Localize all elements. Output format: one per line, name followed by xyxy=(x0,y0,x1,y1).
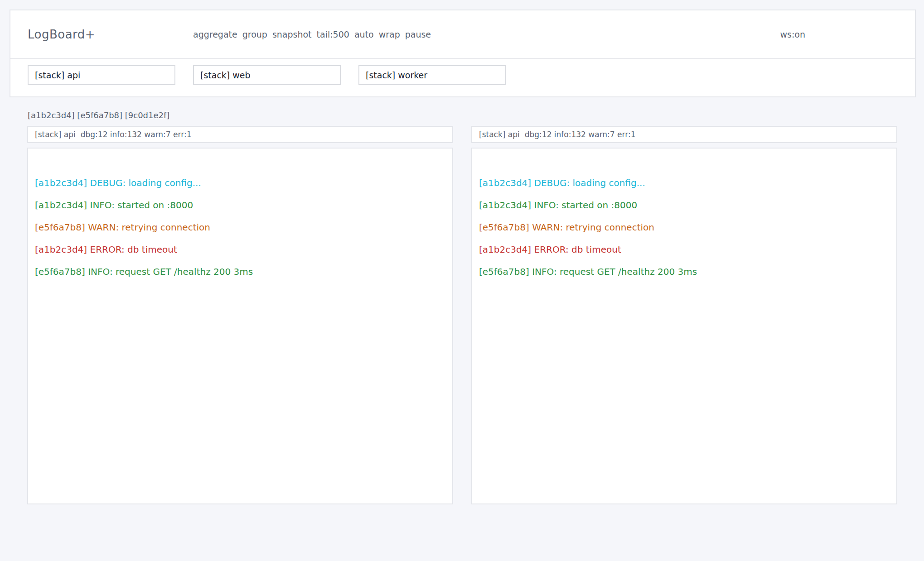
log-line: [a1b2c3d4] INFO: started on :8000 xyxy=(479,194,890,216)
app-title: LogBoard+ xyxy=(28,28,193,41)
log-view[interactable]: [a1b2c3d4] DEBUG: loading config... [a1b… xyxy=(471,148,897,504)
trace-ids: [a1b2c3d4] [e5f6a7b8] [9c0d1e2f] xyxy=(28,110,897,120)
panel-header: [stack] api dbg:12 info:132 warn:7 err:1 xyxy=(471,126,897,143)
toolbar-item-wrap[interactable]: wrap xyxy=(379,29,400,39)
main-section: [a1b2c3d4] [e5f6a7b8] [9c0d1e2f] [stack]… xyxy=(27,110,897,504)
filter-input-web[interactable] xyxy=(193,65,341,85)
toolbar-item-auto[interactable]: auto xyxy=(354,29,374,39)
panel-source-label: [stack] api xyxy=(479,130,520,139)
panel-header: [stack] api dbg:12 info:132 warn:7 err:1 xyxy=(27,126,453,143)
log-line: [a1b2c3d4] DEBUG: loading config... xyxy=(479,172,890,194)
header-card: LogBoard+ aggregate group snapshot tail:… xyxy=(10,10,916,97)
log-line: [a1b2c3d4] ERROR: db timeout xyxy=(479,239,890,261)
ws-status-toggle[interactable]: ws:on xyxy=(780,29,805,39)
title-bar: LogBoard+ aggregate group snapshot tail:… xyxy=(10,10,915,59)
toolbar-item-tail[interactable]: tail:500 xyxy=(317,29,349,39)
panel-source-label: [stack] api xyxy=(35,130,76,139)
toolbar: aggregate group snapshot tail:500 auto w… xyxy=(193,29,431,39)
log-line: [a1b2c3d4] INFO: started on :8000 xyxy=(35,194,445,216)
panel-level-counts: dbg:12 info:132 warn:7 err:1 xyxy=(81,130,192,139)
toolbar-item-pause[interactable]: pause xyxy=(405,29,431,39)
log-line: [e5f6a7b8] INFO: request GET /healthz 20… xyxy=(35,261,445,283)
log-line: [e5f6a7b8] WARN: retrying connection xyxy=(479,216,890,239)
log-line: [e5f6a7b8] INFO: request GET /healthz 20… xyxy=(479,261,890,283)
toolbar-item-snapshot[interactable]: snapshot xyxy=(272,29,312,39)
log-panel-right: [stack] api dbg:12 info:132 warn:7 err:1… xyxy=(471,126,897,504)
panel-level-counts: dbg:12 info:132 warn:7 err:1 xyxy=(525,130,636,139)
filter-input-worker[interactable] xyxy=(358,65,506,85)
log-panel-left: [stack] api dbg:12 info:132 warn:7 err:1… xyxy=(27,126,453,504)
log-line: [e5f6a7b8] WARN: retrying connection xyxy=(35,216,445,239)
toolbar-item-aggregate[interactable]: aggregate xyxy=(193,29,237,39)
log-view[interactable]: [a1b2c3d4] DEBUG: loading config... [a1b… xyxy=(27,148,453,504)
log-line: [a1b2c3d4] ERROR: db timeout xyxy=(35,239,445,261)
log-line: [a1b2c3d4] DEBUG: loading config... xyxy=(35,172,445,194)
toolbar-item-group[interactable]: group xyxy=(242,29,267,39)
filter-input-api[interactable] xyxy=(28,65,175,85)
panel-grid: [stack] api dbg:12 info:132 warn:7 err:1… xyxy=(27,126,897,504)
filter-row xyxy=(10,59,915,96)
